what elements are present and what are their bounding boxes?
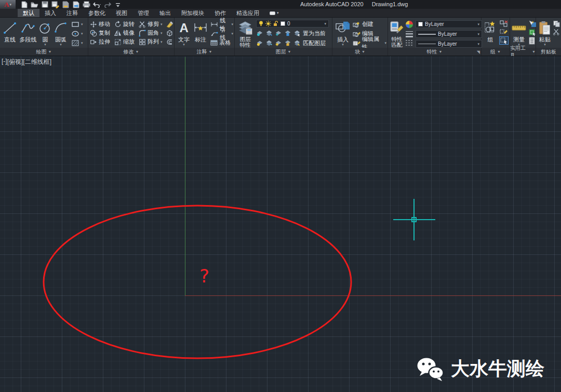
ungroup-icon[interactable] bbox=[500, 20, 508, 28]
tool-group[interactable]: 组 bbox=[483, 19, 498, 48]
window-title: Autodesk AutoCAD 2020 Drawing1.dwg bbox=[300, 1, 408, 7]
undo-icon[interactable] bbox=[92, 1, 101, 8]
layer-match-icon[interactable] bbox=[293, 40, 301, 46]
tool-table[interactable]: 表格 bbox=[210, 39, 233, 47]
layer-lock-icon[interactable] bbox=[284, 30, 291, 36]
print-icon[interactable] bbox=[82, 1, 91, 8]
tab-output[interactable]: 输出 bbox=[154, 9, 176, 17]
tab-manage[interactable]: 管理 bbox=[132, 9, 154, 17]
panel-label-draw[interactable]: 绘图▼ bbox=[0, 48, 88, 56]
tool-create-block[interactable]: 创建 bbox=[353, 20, 386, 28]
chevron-down-icon: ▼ bbox=[497, 50, 501, 53]
tool-trim[interactable]: 修剪 ▾ bbox=[139, 20, 166, 28]
tab-annotate[interactable]: 注释 bbox=[61, 9, 83, 17]
tool-polyline[interactable]: 多段线 bbox=[18, 19, 38, 48]
hatch-icon bbox=[71, 40, 79, 46]
tab-featured-apps[interactable]: 精选应用 bbox=[231, 9, 264, 17]
lineweight-select[interactable]: ByLayer ▾ bbox=[416, 30, 482, 38]
tool-text[interactable]: A 文字 ▾ bbox=[176, 19, 192, 48]
tool-move[interactable]: 移动 bbox=[90, 20, 114, 28]
object-color-select[interactable]: ByLayer ▾ bbox=[416, 20, 482, 28]
tool-erase[interactable] bbox=[166, 21, 173, 28]
tool-layer-properties[interactable]: 图层特性 bbox=[236, 19, 254, 48]
tool-circle[interactable]: 圆 ▾ bbox=[38, 19, 52, 48]
layer-unlock2-icon[interactable] bbox=[284, 40, 291, 46]
new-file-icon[interactable] bbox=[20, 1, 29, 8]
group-edit-icon[interactable] bbox=[500, 29, 508, 36]
tab-insert[interactable]: 插入 bbox=[39, 9, 61, 17]
copy-clip-icon[interactable] bbox=[553, 20, 560, 27]
layer-off-icon[interactable] bbox=[256, 30, 263, 36]
tool-rectangle[interactable]: ▾ bbox=[71, 20, 83, 28]
red-ellipse-object[interactable] bbox=[44, 206, 351, 358]
linetype-select[interactable]: ByLayer ▾ bbox=[416, 40, 482, 48]
tool-match-layer[interactable]: 匹配图层 bbox=[303, 39, 326, 47]
tool-paste[interactable]: 粘贴 ▾ bbox=[538, 19, 552, 48]
layer-isolate-icon[interactable] bbox=[265, 30, 273, 36]
layer-select[interactable]: 0 ▾ bbox=[256, 20, 329, 28]
layer-set-current-icon[interactable] bbox=[293, 30, 301, 36]
tool-fillet[interactable]: 圆角 ▾ bbox=[139, 29, 166, 37]
layer-freeze-icon[interactable] bbox=[275, 30, 282, 36]
application-menu-button[interactable]: A ▾ bbox=[0, 0, 16, 9]
chevron-down-icon: ▼ bbox=[48, 50, 52, 53]
count-list-icon[interactable] bbox=[528, 37, 537, 45]
tool-explode[interactable] bbox=[166, 30, 173, 37]
tool-measure[interactable]: 测量 ▾ bbox=[512, 19, 526, 48]
tool-leader[interactable]: 引线▾ bbox=[210, 30, 233, 37]
circle-icon bbox=[38, 20, 52, 36]
group-selection-toggle-icon[interactable] bbox=[500, 37, 508, 44]
panel-label-utilities[interactable]: 实用工具▼ bbox=[510, 48, 536, 56]
question-mark-text-object[interactable]: ? bbox=[199, 267, 209, 286]
panel-label-modify[interactable]: 修改▼ bbox=[88, 48, 174, 56]
tool-line[interactable]: 直线 bbox=[2, 19, 18, 48]
cut-clip-icon[interactable] bbox=[553, 29, 560, 35]
layer-on-off-icon[interactable] bbox=[256, 40, 263, 46]
panel-label-properties[interactable]: 特性▼ bbox=[388, 48, 481, 56]
save-icon[interactable] bbox=[41, 1, 49, 8]
layer-unisolate-icon[interactable] bbox=[265, 40, 273, 46]
panel-label-block[interactable]: 块▼ bbox=[332, 48, 388, 56]
save-as-icon[interactable] bbox=[51, 1, 60, 8]
tool-dimension[interactable]: 标注 bbox=[192, 19, 209, 48]
table-icon bbox=[210, 40, 218, 46]
color-wheel-icon[interactable] bbox=[405, 20, 413, 29]
tab-parametric[interactable]: 参数化 bbox=[83, 9, 111, 17]
quick-select-icon[interactable] bbox=[528, 20, 537, 28]
sheet-set-icon[interactable] bbox=[61, 1, 70, 8]
lineweight-icon[interactable] bbox=[405, 31, 413, 37]
ribbon-display-toggle[interactable]: ▾ bbox=[270, 9, 279, 17]
panel-label-annotation[interactable]: 注释▼ bbox=[175, 48, 234, 56]
customize-menu-icon[interactable] bbox=[113, 1, 122, 8]
transfer-icon[interactable] bbox=[72, 1, 81, 8]
tool-arc[interactable]: 圆弧 ▾ bbox=[52, 19, 69, 48]
tab-addins[interactable]: 附加模块 bbox=[176, 9, 209, 17]
redo-icon[interactable] bbox=[103, 1, 112, 8]
tool-mirror[interactable]: 镜像 bbox=[114, 29, 139, 37]
tool-hatch[interactable]: ▾ bbox=[71, 39, 83, 47]
tool-copy[interactable]: 复制 bbox=[90, 29, 114, 37]
tool-rotate[interactable]: 旋转 bbox=[114, 20, 139, 28]
open-folder-icon[interactable] bbox=[30, 1, 39, 8]
tab-view[interactable]: 视图 bbox=[111, 9, 132, 17]
tool-offset[interactable] bbox=[166, 38, 173, 46]
properties-dialog-launcher-icon[interactable]: ◥ bbox=[477, 50, 480, 55]
tool-array[interactable]: 阵列 ▾ bbox=[139, 38, 166, 46]
linetype-icon[interactable] bbox=[405, 39, 413, 46]
ribbon: 直线 多段线 圆 ▾ bbox=[0, 18, 561, 56]
copy-icon bbox=[90, 30, 97, 37]
panel-label-groups[interactable]: 组▼ bbox=[482, 48, 510, 56]
tool-set-current[interactable]: 置为当前 bbox=[303, 30, 326, 37]
layer-thaw-icon[interactable] bbox=[275, 40, 282, 46]
drawing-area[interactable]: [-][俯视][二维线框] ? bbox=[0, 56, 561, 392]
tool-insert-block[interactable]: 插入 ▾ bbox=[334, 19, 352, 48]
tool-edit-attributes[interactable]: 编辑属性▾ bbox=[353, 39, 386, 47]
tool-match-properties[interactable]: 特性匹配 bbox=[390, 19, 404, 48]
tool-ellipse[interactable]: ▾ bbox=[71, 30, 83, 37]
tab-home[interactable]: 默认 bbox=[18, 9, 39, 17]
tool-scale[interactable]: 缩放 bbox=[114, 38, 139, 46]
select-similar-icon[interactable] bbox=[528, 29, 537, 36]
tool-stretch[interactable]: 拉伸 bbox=[90, 38, 114, 46]
panel-layers: 图层特性 0 ▾ bbox=[235, 18, 332, 56]
panel-label-layers[interactable]: 图层▼ bbox=[235, 48, 332, 56]
